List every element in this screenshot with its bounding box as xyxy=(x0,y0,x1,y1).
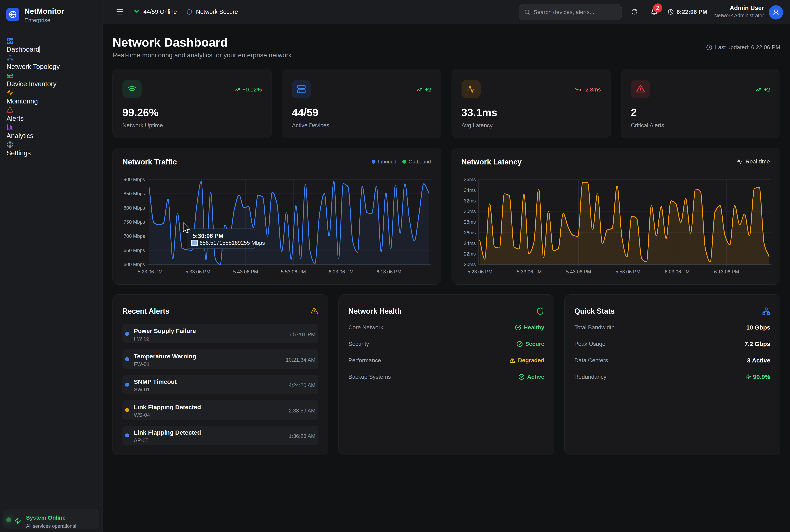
svg-text:34ms: 34ms xyxy=(464,187,476,193)
svg-text:5:30:06 PM: 5:30:06 PM xyxy=(192,232,223,239)
svg-text:5:23:06 PM: 5:23:06 PM xyxy=(467,269,492,274)
svg-text:750 Mbps: 750 Mbps xyxy=(124,219,145,225)
svg-text:6:03:06 PM: 6:03:06 PM xyxy=(329,269,354,274)
svg-text:32ms: 32ms xyxy=(464,198,476,204)
svg-text:5:53:06 PM: 5:53:06 PM xyxy=(281,269,306,274)
svg-text:650 Mbps: 650 Mbps xyxy=(124,248,145,253)
svg-text:5:33:06 PM: 5:33:06 PM xyxy=(185,269,210,274)
svg-text:5:43:06 PM: 5:43:06 PM xyxy=(566,269,591,274)
svg-text:5:53:06 PM: 5:53:06 PM xyxy=(615,269,640,274)
svg-text:6:13:06 PM: 6:13:06 PM xyxy=(714,269,739,274)
svg-text:36ms: 36ms xyxy=(464,177,476,182)
svg-text:26ms: 26ms xyxy=(464,230,476,235)
svg-text:5:43:06 PM: 5:43:06 PM xyxy=(233,269,258,274)
svg-text:30ms: 30ms xyxy=(464,209,476,214)
svg-text:5:33:06 PM: 5:33:06 PM xyxy=(517,269,541,274)
svg-text:28ms: 28ms xyxy=(464,219,476,225)
svg-text:800 Mbps: 800 Mbps xyxy=(124,205,145,211)
svg-text:700 Mbps: 700 Mbps xyxy=(124,233,145,239)
svg-text:6:03:06 PM: 6:03:06 PM xyxy=(665,269,690,274)
svg-text:656.5171555169255 Mbps: 656.5171555169255 Mbps xyxy=(200,240,265,246)
svg-text:6:13:06 PM: 6:13:06 PM xyxy=(376,269,402,274)
svg-text:24ms: 24ms xyxy=(464,241,476,246)
svg-text:850 Mbps: 850 Mbps xyxy=(124,191,145,196)
svg-text:5:23:06 PM: 5:23:06 PM xyxy=(138,269,163,274)
svg-text:20ms: 20ms xyxy=(464,262,476,267)
svg-text:900 Mbps: 900 Mbps xyxy=(124,177,145,182)
svg-text:22ms: 22ms xyxy=(464,251,476,256)
svg-text:600 Mbps: 600 Mbps xyxy=(124,262,145,267)
